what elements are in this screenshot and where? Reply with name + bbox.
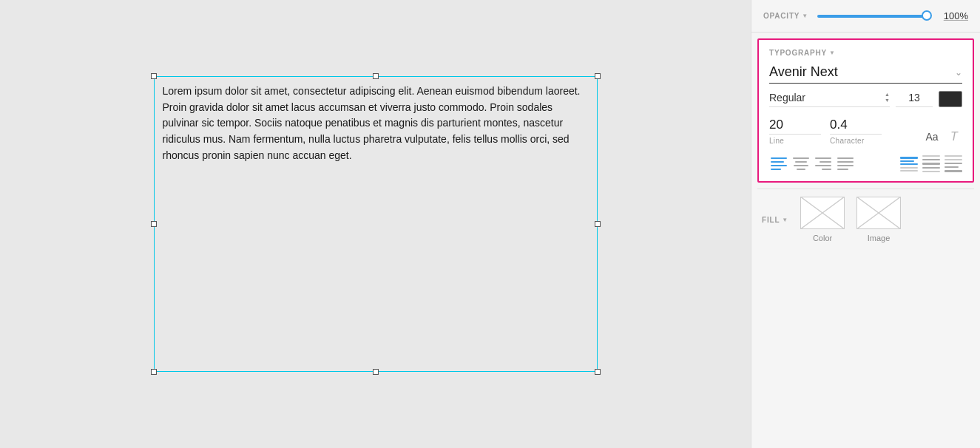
opacity-thumb[interactable]	[922, 10, 932, 21]
char-value: 0.4	[830, 118, 882, 135]
fill-arrow[interactable]: ▼	[782, 217, 788, 223]
handle-middle-left[interactable]	[151, 221, 157, 227]
text-case-button[interactable]: Aa	[924, 129, 940, 145]
fill-section: FILL ▼ Color Image	[751, 189, 980, 250]
line-label: Line	[769, 137, 784, 145]
align-right-button[interactable]	[814, 157, 833, 172]
fill-image-label: Image	[868, 234, 891, 242]
right-panel: OPACITY ▼ 100% TYPOGRAPHY ▼ Avenir Next …	[751, 0, 980, 448]
line-value: 20	[769, 118, 821, 135]
align-left-button[interactable]	[769, 157, 788, 172]
align-justify-button[interactable]	[836, 157, 855, 172]
opacity-slider[interactable]	[817, 15, 931, 18]
canvas-area: Lorem ipsum dolor sit amet, consectetur …	[0, 0, 751, 448]
fill-color-label: Color	[813, 234, 832, 242]
font-family-name: Avenir Next	[769, 64, 955, 80]
handle-bottom-left[interactable]	[151, 369, 157, 375]
opacity-section: OPACITY ▼ 100%	[751, 0, 980, 33]
line-metric[interactable]: 20 Line	[769, 118, 821, 145]
char-label: Character	[830, 137, 865, 145]
line-char-row: 20 Line 0.4 Character Aa T	[769, 118, 962, 145]
fill-color-option[interactable]: Color	[800, 197, 845, 242]
align-center-button[interactable]	[791, 157, 811, 172]
font-family-row[interactable]: Avenir Next ⌄	[769, 64, 962, 84]
font-style-select[interactable]: Regular ▲ ▼	[769, 92, 890, 107]
fill-image-icon	[856, 197, 901, 229]
handle-bottom-right[interactable]	[595, 369, 601, 375]
text-transform-group: Aa T	[924, 129, 962, 145]
text-content: Lorem ipsum dolor sit amet, consectetur …	[154, 76, 598, 171]
font-family-dropdown-icon[interactable]: ⌄	[955, 67, 962, 78]
typography-label: TYPOGRAPHY ▼	[769, 49, 962, 57]
opacity-arrow[interactable]: ▼	[802, 13, 808, 19]
handle-bottom-center[interactable]	[373, 369, 379, 375]
valign-middle-button[interactable]	[922, 155, 940, 172]
text-box-container[interactable]: Lorem ipsum dolor sit amet, consectetur …	[154, 76, 598, 372]
font-style-label: Regular	[769, 92, 885, 103]
alignment-row	[769, 155, 962, 172]
fill-label: FILL ▼	[762, 216, 788, 224]
typography-section: TYPOGRAPHY ▼ Avenir Next ⌄ Regular ▲ ▼ 1…	[757, 38, 974, 183]
color-swatch[interactable]	[939, 91, 962, 107]
valign-bottom-button[interactable]	[944, 155, 962, 172]
font-size-field[interactable]: 13	[896, 92, 933, 107]
valign-top-button[interactable]	[900, 157, 918, 172]
font-size-value: 13	[908, 92, 920, 103]
fill-color-icon	[800, 197, 845, 229]
font-style-row: Regular ▲ ▼ 13	[769, 91, 962, 107]
vertical-align-group	[900, 155, 962, 172]
handle-middle-right[interactable]	[595, 221, 601, 227]
typography-header: TYPOGRAPHY ▼	[769, 49, 962, 57]
opacity-label: OPACITY ▼	[763, 12, 808, 20]
fill-image-option[interactable]: Image	[856, 197, 901, 242]
character-metric[interactable]: 0.4 Character	[830, 118, 882, 145]
opacity-value[interactable]: 100%	[940, 10, 968, 21]
font-style-arrows[interactable]: ▲ ▼	[885, 92, 890, 103]
text-style-button[interactable]: T	[946, 129, 962, 145]
typography-arrow[interactable]: ▼	[829, 50, 836, 56]
